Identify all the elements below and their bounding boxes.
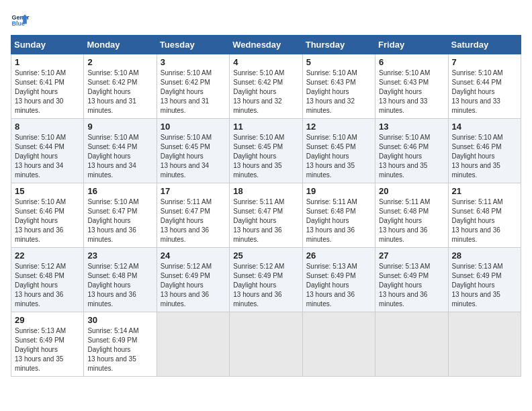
- day-info: Sunrise: 5:11 AMSunset: 6:48 PMDaylight …: [379, 198, 430, 243]
- day-info: Sunrise: 5:13 AMSunset: 6:49 PMDaylight …: [379, 263, 430, 308]
- day-info: Sunrise: 5:11 AMSunset: 6:47 PMDaylight …: [161, 198, 212, 243]
- calendar-day-cell: 21 Sunrise: 5:11 AMSunset: 6:48 PMDaylig…: [448, 183, 521, 248]
- day-number: 3: [161, 57, 226, 67]
- day-number: 8: [15, 122, 80, 132]
- calendar-day-cell: 20 Sunrise: 5:11 AMSunset: 6:48 PMDaylig…: [375, 183, 448, 248]
- calendar-body: 1 Sunrise: 5:10 AMSunset: 6:41 PMDayligh…: [11, 54, 521, 377]
- day-number: 6: [379, 57, 444, 67]
- day-number: 12: [306, 122, 371, 132]
- calendar-day-cell: 12 Sunrise: 5:10 AMSunset: 6:45 PMDaylig…: [302, 119, 375, 183]
- calendar-day-cell: 25 Sunrise: 5:12 AMSunset: 6:49 PMDaylig…: [230, 248, 302, 312]
- calendar-day-cell: 23 Sunrise: 5:12 AMSunset: 6:48 PMDaylig…: [84, 248, 157, 312]
- calendar-day-cell: 10 Sunrise: 5:10 AMSunset: 6:45 PMDaylig…: [157, 119, 229, 183]
- calendar-day-cell: 2 Sunrise: 5:10 AMSunset: 6:42 PMDayligh…: [84, 54, 157, 119]
- calendar-day-cell: 9 Sunrise: 5:10 AMSunset: 6:44 PMDayligh…: [84, 119, 157, 183]
- day-info: Sunrise: 5:10 AMSunset: 6:46 PMDaylight …: [379, 134, 430, 179]
- day-number: 18: [233, 186, 298, 196]
- calendar-day-cell: [448, 312, 521, 377]
- day-number: 22: [15, 250, 80, 261]
- day-number: 25: [233, 250, 298, 261]
- calendar-week-row: 8 Sunrise: 5:10 AMSunset: 6:44 PMDayligh…: [11, 119, 521, 183]
- day-number: 24: [161, 250, 226, 261]
- day-info: Sunrise: 5:10 AMSunset: 6:45 PMDaylight …: [233, 134, 284, 179]
- day-number: 9: [87, 122, 152, 132]
- day-number: 15: [15, 186, 80, 196]
- day-info: Sunrise: 5:13 AMSunset: 6:49 PMDaylight …: [15, 327, 66, 372]
- day-info: Sunrise: 5:10 AMSunset: 6:42 PMDaylight …: [87, 69, 138, 114]
- day-number: 28: [452, 250, 517, 261]
- day-info: Sunrise: 5:12 AMSunset: 6:49 PMDaylight …: [233, 263, 284, 308]
- day-info: Sunrise: 5:12 AMSunset: 6:49 PMDaylight …: [161, 263, 212, 308]
- day-number: 10: [161, 122, 226, 132]
- day-number: 20: [379, 186, 444, 196]
- calendar-day-cell: 1 Sunrise: 5:10 AMSunset: 6:41 PMDayligh…: [11, 54, 84, 119]
- calendar-day-cell: [157, 312, 229, 377]
- weekday-cell: Saturday: [448, 36, 521, 54]
- day-number: 23: [87, 250, 152, 261]
- day-info: Sunrise: 5:10 AMSunset: 6:45 PMDaylight …: [161, 134, 212, 179]
- day-info: Sunrise: 5:11 AMSunset: 6:48 PMDaylight …: [306, 198, 357, 243]
- day-info: Sunrise: 5:12 AMSunset: 6:48 PMDaylight …: [87, 263, 138, 308]
- day-number: 29: [15, 315, 80, 325]
- weekday-cell: Sunday: [11, 36, 84, 54]
- day-number: 27: [379, 250, 444, 261]
- weekday-cell: Friday: [375, 36, 448, 54]
- calendar-day-cell: 18 Sunrise: 5:11 AMSunset: 6:47 PMDaylig…: [230, 183, 302, 248]
- day-number: 5: [306, 57, 371, 67]
- day-info: Sunrise: 5:11 AMSunset: 6:48 PMDaylight …: [452, 198, 503, 243]
- day-info: Sunrise: 5:10 AMSunset: 6:43 PMDaylight …: [306, 69, 357, 114]
- calendar-day-cell: 15 Sunrise: 5:10 AMSunset: 6:46 PMDaylig…: [11, 183, 84, 248]
- day-info: Sunrise: 5:10 AMSunset: 6:44 PMDaylight …: [452, 69, 503, 114]
- page-header: General Blue: [11, 11, 521, 30]
- calendar-day-cell: 28 Sunrise: 5:13 AMSunset: 6:49 PMDaylig…: [448, 248, 521, 312]
- day-info: Sunrise: 5:14 AMSunset: 6:49 PMDaylight …: [87, 327, 138, 372]
- day-number: 26: [306, 250, 371, 261]
- calendar-day-cell: 30 Sunrise: 5:14 AMSunset: 6:49 PMDaylig…: [84, 312, 157, 377]
- day-number: 17: [161, 186, 226, 196]
- calendar-day-cell: 13 Sunrise: 5:10 AMSunset: 6:46 PMDaylig…: [375, 119, 448, 183]
- day-number: 30: [87, 315, 152, 325]
- calendar-day-cell: 26 Sunrise: 5:13 AMSunset: 6:49 PMDaylig…: [302, 248, 375, 312]
- weekday-cell: Tuesday: [157, 36, 229, 54]
- day-number: 13: [379, 122, 444, 132]
- calendar-day-cell: 5 Sunrise: 5:10 AMSunset: 6:43 PMDayligh…: [302, 54, 375, 119]
- calendar-day-cell: 22 Sunrise: 5:12 AMSunset: 6:48 PMDaylig…: [11, 248, 84, 312]
- day-info: Sunrise: 5:10 AMSunset: 6:44 PMDaylight …: [15, 134, 66, 179]
- day-number: 7: [452, 57, 517, 67]
- weekday-cell: Monday: [84, 36, 157, 54]
- day-info: Sunrise: 5:10 AMSunset: 6:46 PMDaylight …: [15, 198, 66, 243]
- logo: General Blue: [11, 11, 30, 30]
- calendar-day-cell: 6 Sunrise: 5:10 AMSunset: 6:43 PMDayligh…: [375, 54, 448, 119]
- calendar-day-cell: [375, 312, 448, 377]
- calendar-day-cell: 19 Sunrise: 5:11 AMSunset: 6:48 PMDaylig…: [302, 183, 375, 248]
- day-info: Sunrise: 5:10 AMSunset: 6:41 PMDaylight …: [15, 69, 66, 114]
- day-info: Sunrise: 5:13 AMSunset: 6:49 PMDaylight …: [306, 263, 357, 308]
- calendar-day-cell: 27 Sunrise: 5:13 AMSunset: 6:49 PMDaylig…: [375, 248, 448, 312]
- day-number: 11: [233, 122, 298, 132]
- day-info: Sunrise: 5:10 AMSunset: 6:46 PMDaylight …: [452, 134, 503, 179]
- calendar-week-row: 29 Sunrise: 5:13 AMSunset: 6:49 PMDaylig…: [11, 312, 521, 377]
- calendar-day-cell: 17 Sunrise: 5:11 AMSunset: 6:47 PMDaylig…: [157, 183, 229, 248]
- day-number: 19: [306, 186, 371, 196]
- day-info: Sunrise: 5:10 AMSunset: 6:42 PMDaylight …: [233, 69, 284, 114]
- day-number: 4: [233, 57, 298, 67]
- calendar-day-cell: 3 Sunrise: 5:10 AMSunset: 6:42 PMDayligh…: [157, 54, 229, 119]
- day-number: 1: [15, 57, 80, 67]
- day-number: 2: [87, 57, 152, 67]
- weekday-header-row: SundayMondayTuesdayWednesdayThursdayFrid…: [11, 36, 521, 54]
- calendar-day-cell: [302, 312, 375, 377]
- calendar-day-cell: 14 Sunrise: 5:10 AMSunset: 6:46 PMDaylig…: [448, 119, 521, 183]
- svg-text:Blue: Blue: [11, 20, 25, 27]
- calendar-day-cell: 11 Sunrise: 5:10 AMSunset: 6:45 PMDaylig…: [230, 119, 302, 183]
- weekday-cell: Wednesday: [230, 36, 302, 54]
- logo-icon: General Blue: [11, 11, 30, 30]
- calendar-week-row: 15 Sunrise: 5:10 AMSunset: 6:46 PMDaylig…: [11, 183, 521, 248]
- calendar-table: SundayMondayTuesdayWednesdayThursdayFrid…: [11, 35, 521, 377]
- day-number: 21: [452, 186, 517, 196]
- day-number: 14: [452, 122, 517, 132]
- calendar-day-cell: 24 Sunrise: 5:12 AMSunset: 6:49 PMDaylig…: [157, 248, 229, 312]
- calendar-day-cell: [230, 312, 302, 377]
- calendar-day-cell: 7 Sunrise: 5:10 AMSunset: 6:44 PMDayligh…: [448, 54, 521, 119]
- day-info: Sunrise: 5:12 AMSunset: 6:48 PMDaylight …: [15, 263, 66, 308]
- calendar-day-cell: 8 Sunrise: 5:10 AMSunset: 6:44 PMDayligh…: [11, 119, 84, 183]
